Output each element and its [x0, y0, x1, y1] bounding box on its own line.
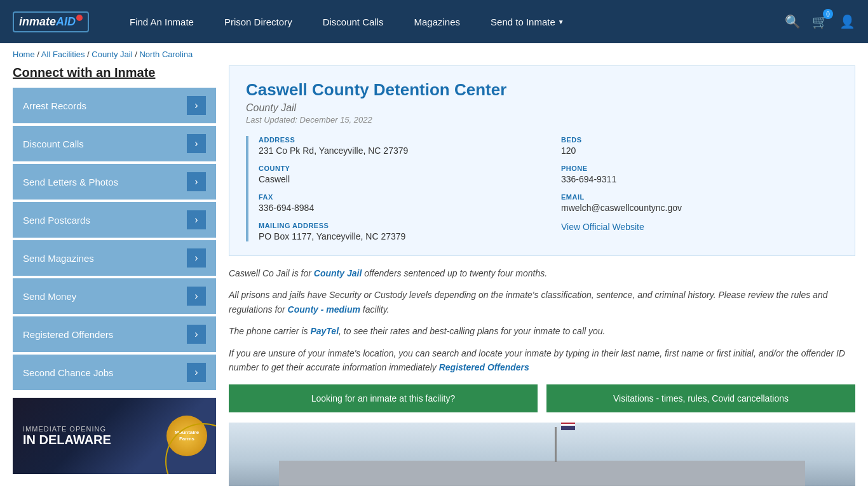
county-jail-link[interactable]: County Jail	[314, 268, 362, 278]
detail-address: ADDRESS 231 Co Pk Rd, Yanceyville, NC 27…	[259, 136, 536, 156]
detail-email: EMAIL mwelch@caswellcountync.gov	[561, 193, 838, 213]
sidebar-title: Connect with an Inmate	[13, 65, 216, 80]
visitations-button[interactable]: Visitations - times, rules, Covid cancel…	[546, 384, 855, 412]
breadcrumb: Home / All Facilities / County Jail / No…	[0, 43, 868, 65]
detail-fax: FAX 336-694-8984	[259, 193, 536, 213]
desc-para1: Caswell Co Jail is for County Jail offen…	[229, 266, 855, 280]
sidebar-label-discount: Discount Calls	[23, 139, 84, 149]
fax-value: 336-694-8984	[259, 203, 536, 213]
site-header: inmate AID Find An Inmate Prison Directo…	[0, 0, 868, 43]
nav-send-to-inmate[interactable]: Send to Inmate ▼	[475, 17, 580, 27]
desc-para3: The phone carrier is PayTel, to see thei…	[229, 324, 855, 338]
sidebar-label-postcards: Send Postcards	[23, 215, 90, 226]
arrow-icon: ›	[187, 287, 206, 306]
phone-value: 336-694-9311	[561, 174, 838, 184]
website-link[interactable]: View Official Website	[561, 222, 644, 232]
sidebar-label-jobs: Second Chance Jobs	[23, 367, 114, 378]
logo-text: inmate	[19, 15, 56, 29]
search-icon[interactable]: 🔍	[785, 14, 801, 29]
nav-find-inmate[interactable]: Find An Inmate	[114, 17, 209, 27]
cart-icon[interactable]: 🛒 0	[812, 14, 828, 29]
phone-label: PHONE	[561, 165, 838, 172]
facility-name: Caswell County Detention Center	[246, 80, 838, 100]
logo-dot	[76, 15, 83, 21]
nav-discount-calls[interactable]: Discount Calls	[308, 17, 399, 27]
cart-badge: 0	[823, 9, 833, 19]
sidebar: Connect with an Inmate Arrest Records › …	[13, 65, 216, 486]
fax-label: FAX	[259, 193, 536, 201]
breadcrumb-county-jail[interactable]: County Jail	[92, 50, 132, 59]
mailing-value: PO Box 1177, Yanceyville, NC 27379	[259, 231, 536, 241]
breadcrumb-all-facilities[interactable]: All Facilities	[41, 50, 85, 59]
county-value: Caswell	[259, 174, 536, 184]
beds-value: 120	[561, 146, 838, 156]
facility-type: County Jail	[246, 102, 838, 114]
facility-card: Caswell County Detention Center County J…	[229, 65, 855, 256]
action-buttons: Looking for an inmate at this facility? …	[229, 384, 855, 412]
arrow-icon: ›	[187, 363, 206, 382]
sidebar-item-send-letters[interactable]: Send Letters & Photos ›	[13, 164, 216, 200]
building	[279, 461, 805, 486]
user-icon[interactable]: 👤	[839, 14, 855, 29]
desc-para2: All prisons and jails have Security or C…	[229, 288, 855, 316]
detail-mailing: MAILING ADDRESS PO Box 1177, Yanceyville…	[259, 222, 536, 241]
sidebar-ad[interactable]: IMMEDIATE OPENING IN DELAWARE MountaireF…	[13, 398, 216, 474]
address-label: ADDRESS	[259, 136, 536, 144]
main-nav: Find An Inmate Prison Directory Discount…	[114, 17, 778, 27]
registered-offenders-link[interactable]: Registered Offenders	[439, 362, 529, 372]
detail-county: COUNTY Caswell	[259, 165, 536, 184]
county-label: COUNTY	[259, 165, 536, 172]
flag	[561, 423, 575, 430]
arrow-icon: ›	[187, 210, 206, 229]
facility-image	[229, 423, 855, 486]
main-content: Caswell County Detention Center County J…	[229, 65, 855, 486]
email-label: EMAIL	[561, 193, 838, 201]
sidebar-label-letters: Send Letters & Photos	[23, 177, 118, 187]
paytel-link[interactable]: PayTel	[310, 326, 339, 336]
arrow-icon: ›	[187, 325, 206, 344]
sidebar-label-offenders: Registered Offenders	[23, 329, 113, 340]
sidebar-label-magazines: Send Magazines	[23, 253, 94, 264]
sidebar-item-arrest-records[interactable]: Arrest Records ›	[13, 88, 216, 123]
address-value: 231 Co Pk Rd, Yanceyville, NC 27379	[259, 146, 536, 156]
sidebar-menu: Arrest Records › Discount Calls › Send L…	[13, 88, 216, 390]
breadcrumb-home[interactable]: Home	[13, 50, 35, 59]
sidebar-item-registered-offenders[interactable]: Registered Offenders ›	[13, 316, 216, 352]
arrow-icon: ›	[187, 172, 206, 191]
ad-line1: IMMEDIATE OPENING	[23, 425, 106, 433]
header-actions: 🔍 🛒 0 👤	[785, 14, 855, 29]
arrow-icon: ›	[187, 96, 206, 115]
sidebar-item-second-chance[interactable]: Second Chance Jobs ›	[13, 355, 216, 390]
facility-description: Caswell Co Jail is for County Jail offen…	[229, 266, 855, 374]
sidebar-label-money: Send Money	[23, 291, 76, 302]
facility-details: ADDRESS 231 Co Pk Rd, Yanceyville, NC 27…	[246, 136, 838, 241]
beds-label: BEDS	[561, 136, 838, 144]
main-layout: Connect with an Inmate Arrest Records › …	[0, 65, 868, 488]
sidebar-item-discount-calls[interactable]: Discount Calls ›	[13, 126, 216, 161]
find-inmate-button[interactable]: Looking for an inmate at this facility?	[229, 384, 538, 412]
detail-beds: BEDS 120	[561, 136, 838, 156]
nav-magazines[interactable]: Magazines	[399, 17, 476, 27]
desc-para4: If you are unsure of your inmate's locat…	[229, 346, 855, 375]
mailing-label: MAILING ADDRESS	[259, 222, 536, 229]
county-medium-link[interactable]: County - medium	[288, 304, 360, 315]
arrow-icon: ›	[187, 134, 206, 153]
sidebar-label-arrest: Arrest Records	[23, 100, 86, 111]
sidebar-item-send-magazines[interactable]: Send Magazines ›	[13, 240, 216, 276]
arrow-icon: ›	[187, 248, 206, 268]
logo[interactable]: inmate AID	[13, 11, 89, 32]
detail-phone: PHONE 336-694-9311	[561, 165, 838, 184]
nav-prison-directory[interactable]: Prison Directory	[209, 17, 308, 27]
logo-aid: AID	[56, 15, 76, 29]
breadcrumb-nc[interactable]: North Carolina	[139, 50, 193, 59]
email-value: mwelch@caswellcountync.gov	[561, 203, 838, 213]
sidebar-item-send-postcards[interactable]: Send Postcards ›	[13, 202, 216, 238]
flag-pole	[555, 427, 557, 462]
nav-send-label: Send to Inmate	[491, 17, 555, 27]
sidebar-item-send-money[interactable]: Send Money ›	[13, 278, 216, 314]
ad-line2: IN DELAWARE	[23, 433, 111, 447]
chevron-down-icon: ▼	[558, 18, 564, 25]
detail-website: View Official Website	[561, 222, 838, 241]
facility-updated: Last Updated: December 15, 2022	[246, 115, 838, 125]
